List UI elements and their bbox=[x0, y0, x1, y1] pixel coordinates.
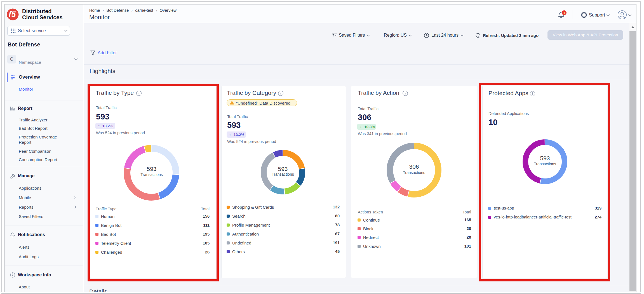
svg-text:f5: f5 bbox=[9, 10, 16, 19]
